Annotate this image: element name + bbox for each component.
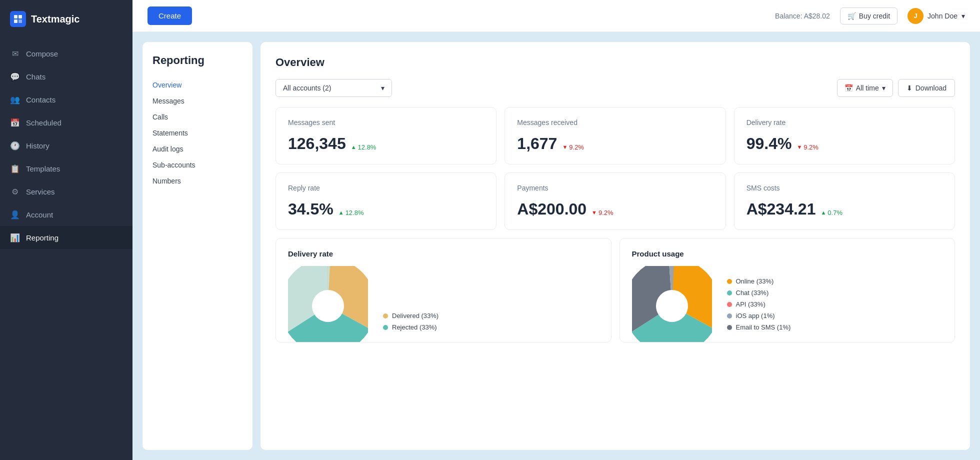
app-name: Textmagic	[31, 14, 80, 25]
stat-value: 1,677	[517, 134, 557, 153]
create-button[interactable]: Create	[148, 6, 192, 25]
subnav-item-overview[interactable]: Overview	[152, 77, 242, 93]
filter-right: 📅 All time ▾ ⬇ Download	[837, 79, 955, 97]
stat-value: 34.5%	[288, 200, 334, 218]
stat-value-row: 126,345 ▲ 12.8%	[288, 134, 484, 153]
charts-row: Delivery rate	[276, 238, 955, 342]
sidebar-nav: ✉ Compose 💬 Chats 👥 Contacts 📅 Scheduled…	[0, 38, 132, 253]
subnav-item-calls[interactable]: Calls	[152, 109, 242, 125]
sidebar-item-scheduled[interactable]: 📅 Scheduled	[0, 111, 132, 134]
header-right: Balance: A$28.02 🛒 Buy credit J John Doe…	[775, 8, 965, 24]
stat-value: 99.4%	[746, 134, 792, 153]
delivery-rate-chart-card: Delivery rate	[276, 238, 612, 342]
stat-value-row: 1,677 ▼ 9.2%	[517, 134, 713, 153]
sidebar-item-chats[interactable]: 💬 Chats	[0, 65, 132, 88]
change-value: 12.8%	[358, 144, 376, 151]
stat-change: ▲ 0.7%	[820, 209, 842, 216]
subnav-item-numbers[interactable]: Numbers	[152, 173, 242, 189]
chevron-down-icon: ▾	[882, 84, 886, 92]
stat-change: ▲ 12.8%	[351, 144, 376, 151]
stat-value-row: 34.5% ▲ 12.8%	[288, 200, 484, 218]
user-avatar: J	[908, 8, 924, 24]
sidebar-item-contacts[interactable]: 👥 Contacts	[0, 88, 132, 111]
legend-dot-chat	[727, 290, 732, 296]
sidebar-item-history[interactable]: 🕐 History	[0, 134, 132, 157]
svg-rect-0	[14, 15, 18, 18]
svg-rect-2	[14, 20, 18, 23]
change-value: 9.2%	[804, 144, 818, 151]
account-filter[interactable]: All accounts (2) ▾	[276, 79, 392, 97]
legend-label-api: API (33%)	[736, 300, 766, 308]
sidebar-item-compose[interactable]: ✉ Compose	[0, 42, 132, 65]
legend-dot-online	[727, 279, 732, 284]
cart-icon: 🛒	[848, 12, 856, 20]
legend-dot-delivered	[383, 314, 388, 318]
stat-value: 126,345	[288, 134, 346, 153]
user-name: John Doe	[928, 12, 958, 20]
stat-change: ▼ 9.2%	[562, 144, 584, 151]
content-area: Reporting Overview Messages Calls Statem…	[132, 32, 980, 460]
download-label: Download	[916, 84, 946, 92]
time-filter-button[interactable]: 📅 All time ▾	[837, 79, 893, 97]
delivery-legend: Delivered (33%) Rejected (33%)	[378, 312, 438, 331]
product-usage-chart-card: Product usage	[620, 238, 956, 342]
stat-label: SMS costs	[746, 184, 942, 192]
delivery-pie-chart	[288, 266, 368, 331]
sidebar: Textmagic ✉ Compose 💬 Chats 👥 Contacts 📅…	[0, 0, 132, 460]
legend-dot-email-sms	[727, 325, 732, 330]
product-chart-title: Product usage	[632, 250, 943, 258]
user-initials: J	[914, 12, 917, 20]
change-value: 12.8%	[346, 209, 364, 216]
arrow-down-icon: ▼	[592, 210, 597, 216]
reporting-icon: 📊	[10, 232, 20, 242]
panel-title: Overview	[276, 56, 955, 69]
subnav-item-messages[interactable]: Messages	[152, 93, 242, 109]
stat-card-reply-rate: Reply rate 34.5% ▲ 12.8%	[276, 172, 496, 230]
sidebar-item-label: Compose	[26, 50, 58, 58]
legend-label-ios: iOS app (1%)	[736, 312, 775, 320]
stat-label: Messages sent	[288, 118, 484, 126]
change-value: 9.2%	[598, 209, 614, 216]
stat-value-row: A$200.00 ▼ 9.2%	[517, 200, 713, 218]
sidebar-item-templates[interactable]: 📋 Templates	[0, 157, 132, 180]
services-icon: ⚙	[10, 186, 20, 196]
legend-item-online: Online (33%)	[727, 278, 791, 285]
templates-icon: 📋	[10, 164, 20, 174]
buy-credit-button[interactable]: 🛒 Buy credit	[840, 8, 898, 24]
sidebar-item-label: Reporting	[26, 234, 58, 242]
download-icon: ⬇	[906, 84, 912, 92]
chevron-down-icon: ▾	[962, 12, 965, 20]
legend-item-email-sms: Email to SMS (1%)	[727, 324, 791, 331]
sidebar-item-reporting[interactable]: 📊 Reporting	[0, 226, 132, 249]
account-filter-label: All accounts (2)	[283, 84, 331, 92]
time-label: All time	[856, 84, 879, 92]
dropdown-arrow-icon: ▾	[381, 84, 384, 92]
legend-item-delivered: Delivered (33%)	[383, 312, 438, 320]
download-button[interactable]: ⬇ Download	[898, 79, 955, 97]
stat-label: Delivery rate	[746, 118, 942, 126]
contacts-icon: 👥	[10, 94, 20, 104]
legend-item-rejected: Rejected (33%)	[383, 324, 438, 331]
sidebar-item-label: Templates	[26, 164, 60, 173]
sidebar-item-services[interactable]: ⚙ Services	[0, 180, 132, 203]
sidebar-item-label: History	[26, 142, 50, 150]
delivery-chart-title: Delivery rate	[288, 250, 599, 258]
subnav-item-sub-accounts[interactable]: Sub-accounts	[152, 157, 242, 173]
compose-icon: ✉	[10, 48, 20, 58]
account-icon: 👤	[10, 210, 20, 220]
scheduled-icon: 📅	[10, 118, 20, 128]
buy-credit-label: Buy credit	[859, 12, 890, 20]
product-legend: Online (33%) Chat (33%) API (33%)	[722, 278, 791, 331]
main-wrapper: Create Balance: A$28.02 🛒 Buy credit J J…	[132, 0, 980, 460]
subnav-item-statements[interactable]: Statements	[152, 125, 242, 141]
user-menu[interactable]: J John Doe ▾	[908, 8, 965, 24]
stat-change: ▲ 12.8%	[338, 209, 364, 216]
subnav-item-audit-logs[interactable]: Audit logs	[152, 141, 242, 157]
sidebar-item-account[interactable]: 👤 Account	[0, 203, 132, 226]
header: Create Balance: A$28.02 🛒 Buy credit J J…	[132, 0, 980, 32]
arrow-down-icon: ▼	[562, 144, 568, 150]
stats-grid: Messages sent 126,345 ▲ 12.8% Messages r…	[276, 107, 955, 230]
stat-card-messages-received: Messages received 1,677 ▼ 9.2%	[504, 107, 726, 164]
legend-item-chat: Chat (33%)	[727, 289, 791, 296]
main-panel: Overview All accounts (2) ▾ 📅 All time ▾…	[260, 42, 970, 450]
